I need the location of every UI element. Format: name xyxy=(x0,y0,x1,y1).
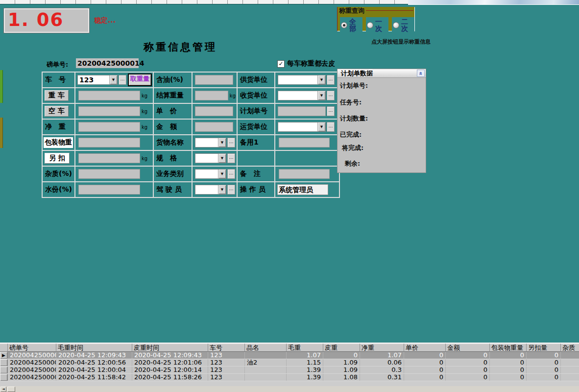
collapse-button[interactable]: « xyxy=(417,70,425,77)
table-row[interactable]: 202004250000122020-04-25 12:00:042020-04… xyxy=(0,367,579,374)
deduct-button[interactable]: 另 扣 xyxy=(45,153,70,164)
table-cell[interactable]: 2020-04-25 12:00:14 xyxy=(132,367,208,373)
goods-name-combobox[interactable]: ▼ xyxy=(195,138,226,147)
column-header[interactable]: 毛重时间 xyxy=(56,343,132,352)
table-cell[interactable]: 0 xyxy=(527,367,561,373)
table-cell[interactable]: 油2 xyxy=(245,359,287,366)
table-cell[interactable]: 2020-04-25 12:09:43 xyxy=(132,352,208,359)
column-header[interactable]: 净重 xyxy=(360,343,404,352)
table-cell[interactable]: 1.07 xyxy=(360,352,404,359)
table-cell[interactable]: 1.07 xyxy=(287,352,323,359)
take-weight-button[interactable]: 取重量 xyxy=(128,74,152,86)
table-cell[interactable]: 2020-04-25 12:09:43 xyxy=(56,352,132,359)
column-header[interactable]: 皮重时间 xyxy=(132,343,208,352)
dropdown-arrow-icon[interactable]: ▼ xyxy=(317,122,325,131)
row-selector-cell[interactable] xyxy=(0,359,8,366)
table-cell[interactable]: 20200425000012 xyxy=(8,367,56,373)
table-cell[interactable] xyxy=(561,367,579,373)
vehicle-browse-button[interactable]: … xyxy=(119,75,126,85)
weighing-records-table[interactable]: 磅单号毛重时间皮重时间车号品名毛重皮重净重单价金额包装物重量另扣量杂质▶2020… xyxy=(0,343,579,387)
table-cell[interactable]: 0 xyxy=(446,367,490,373)
radio-once[interactable]: 一次 xyxy=(366,17,388,33)
table-cell[interactable]: 2020-04-25 12:00:04 xyxy=(56,367,132,373)
table-cell[interactable]: 0.06 xyxy=(360,359,404,366)
table-cell[interactable]: 0 xyxy=(404,359,446,366)
operator-input[interactable]: 系统管理员 xyxy=(277,184,328,195)
table-cell[interactable]: 0 xyxy=(527,374,561,381)
spec-combobox[interactable]: ▼ xyxy=(195,153,226,163)
column-header[interactable]: 磅单号 xyxy=(8,343,56,352)
column-header[interactable]: 毛重 xyxy=(287,343,323,352)
table-cell[interactable]: 20200425000013 xyxy=(8,359,56,366)
supplier-combobox[interactable]: ▼ xyxy=(278,75,326,85)
moisture-input[interactable] xyxy=(78,185,140,195)
dropdown-arrow-icon[interactable]: ▼ xyxy=(317,91,325,100)
table-cell[interactable]: 0 xyxy=(404,374,446,381)
driver-browse-button[interactable]: … xyxy=(227,185,235,195)
row-selector-cell[interactable] xyxy=(0,367,8,373)
table-cell[interactable]: 123 xyxy=(208,374,245,381)
table-cell[interactable]: 2020-04-25 12:00:56 xyxy=(56,359,132,366)
table-cell[interactable]: 1.39 xyxy=(287,367,323,373)
dropdown-arrow-icon[interactable]: ▼ xyxy=(218,185,226,194)
plan-no-input[interactable] xyxy=(278,106,326,116)
receiver-combobox[interactable]: ▼ xyxy=(278,91,326,100)
table-cell[interactable]: 1.15 xyxy=(287,359,323,366)
table-cell[interactable]: 0 xyxy=(490,374,527,381)
table-cell[interactable]: 2020-04-25 11:58:26 xyxy=(132,374,208,381)
table-cell[interactable]: 20200425000014 xyxy=(8,352,56,359)
table-cell[interactable] xyxy=(561,359,579,366)
table-cell[interactable]: 0 xyxy=(446,374,490,381)
table-cell[interactable]: 1.09 xyxy=(323,367,360,373)
driver-combobox[interactable]: ▼ xyxy=(195,185,226,195)
table-cell[interactable]: 1.39 xyxy=(287,374,323,381)
table-cell[interactable]: 0 xyxy=(404,352,446,359)
table-row[interactable]: ▶202004250000142020-04-25 12:09:432020-0… xyxy=(0,352,579,359)
column-header[interactable]: 皮重 xyxy=(323,343,360,352)
vehicle-no-combobox[interactable]: 123 ▼ xyxy=(77,75,118,85)
table-row[interactable]: 202004250000132020-04-25 12:00:562020-04… xyxy=(0,359,579,367)
biz-type-browse-button[interactable]: … xyxy=(227,169,235,179)
radio-twice-icon[interactable] xyxy=(393,22,399,28)
table-cell[interactable]: 2020-04-25 11:58:42 xyxy=(56,374,132,381)
remark-input[interactable] xyxy=(279,169,330,179)
radio-all[interactable]: 全部 xyxy=(340,17,362,33)
table-cell[interactable]: 0 xyxy=(527,352,561,359)
table-row[interactable]: 202004250000112020-04-25 11:58:422020-04… xyxy=(0,374,579,381)
scrollbar-thumb[interactable] xyxy=(7,387,15,392)
tare-checkbox-icon[interactable]: ✓ xyxy=(277,60,285,68)
row-selector-cell[interactable] xyxy=(0,374,8,381)
oil-input[interactable] xyxy=(195,75,233,85)
deduct-input[interactable] xyxy=(78,153,140,163)
table-cell[interactable]: 1.08 xyxy=(323,374,360,381)
table-cell[interactable]: 0.3 xyxy=(360,367,404,373)
package-weight-input[interactable] xyxy=(78,138,140,147)
unit-price-input[interactable] xyxy=(195,106,233,116)
carrier-browse-button[interactable]: … xyxy=(327,122,335,132)
current-row-pointer-icon[interactable]: ▶ xyxy=(0,352,8,359)
heavy-weight-input[interactable] xyxy=(78,91,140,100)
column-header[interactable]: 单价 xyxy=(404,343,446,352)
table-cell[interactable]: 0 xyxy=(446,359,490,366)
table-cell[interactable]: 0 xyxy=(490,352,527,359)
table-cell[interactable]: 0.31 xyxy=(360,374,404,381)
table-cell[interactable] xyxy=(561,352,579,359)
goods-browse-button[interactable]: … xyxy=(227,138,235,147)
table-cell[interactable]: 123 xyxy=(208,352,245,359)
scroll-left-icon[interactable]: ◄ xyxy=(0,387,6,392)
table-cell[interactable]: 0 xyxy=(404,367,446,373)
tare-checkbox-row[interactable]: ✓ 每车称重都去皮 xyxy=(277,59,335,68)
table-cell[interactable]: 1.09 xyxy=(323,359,360,366)
impurity-input[interactable] xyxy=(78,169,140,179)
column-header[interactable]: 品名 xyxy=(245,343,287,352)
horizontal-scrollbar[interactable]: ◄ xyxy=(0,386,579,392)
spare1-input[interactable] xyxy=(279,138,330,147)
empty-weight-input[interactable] xyxy=(78,106,140,116)
dropdown-arrow-icon[interactable]: ▼ xyxy=(218,154,226,163)
dropdown-arrow-icon[interactable]: ▼ xyxy=(218,138,226,147)
table-cell[interactable]: 0 xyxy=(490,359,527,366)
dropdown-arrow-icon[interactable]: ▼ xyxy=(218,170,226,178)
left-edge-olive-button[interactable] xyxy=(0,118,3,148)
heavy-vehicle-button[interactable]: 重 车 xyxy=(45,90,69,101)
table-cell[interactable] xyxy=(245,367,287,373)
